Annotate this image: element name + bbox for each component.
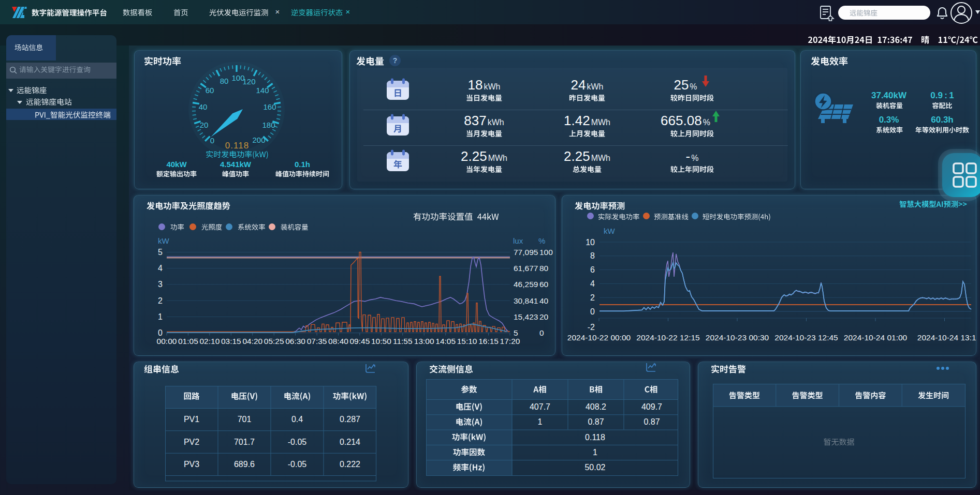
svg-text:0.87: 0.87 xyxy=(643,417,660,426)
svg-text:2024-10-24 01:00: 2024-10-24 01:00 xyxy=(844,333,908,342)
svg-text:01:05: 01:05 xyxy=(178,337,198,346)
svg-text:3: 3 xyxy=(158,280,163,289)
svg-text:?: ? xyxy=(393,56,398,65)
svg-text:701: 701 xyxy=(238,415,252,424)
svg-text:0.4: 0.4 xyxy=(291,415,303,424)
svg-text:08:40: 08:40 xyxy=(328,337,348,346)
svg-text:6: 6 xyxy=(590,265,595,274)
svg-text:00:00: 00:00 xyxy=(157,337,177,346)
svg-text:0.118: 0.118 xyxy=(585,433,605,442)
svg-text:0.287: 0.287 xyxy=(340,415,360,424)
svg-text:20: 20 xyxy=(200,121,209,129)
svg-text:2024-10-23 00:30: 2024-10-23 00:30 xyxy=(706,333,769,342)
svg-text:0.87: 0.87 xyxy=(588,417,604,426)
svg-text:1: 1 xyxy=(538,417,543,426)
svg-text:701.7: 701.7 xyxy=(234,438,255,446)
svg-text:80: 80 xyxy=(539,264,549,273)
svg-text:1: 1 xyxy=(593,448,597,457)
svg-text:100: 100 xyxy=(539,248,553,257)
svg-text:407.7: 407.7 xyxy=(530,402,550,411)
svg-text:13:00: 13:00 xyxy=(414,337,434,346)
svg-text:06:30: 06:30 xyxy=(285,337,305,346)
svg-text:10:50: 10:50 xyxy=(371,337,391,346)
svg-text:4: 4 xyxy=(158,264,163,273)
svg-text:04:20: 04:20 xyxy=(242,337,262,346)
svg-text:80: 80 xyxy=(220,77,229,85)
svg-text:11:55: 11:55 xyxy=(393,337,413,346)
svg-text:46,259: 46,259 xyxy=(514,280,538,289)
svg-text:61,677: 61,677 xyxy=(514,264,538,273)
svg-text:PV2: PV2 xyxy=(184,438,199,446)
svg-text:15,423: 15,423 xyxy=(514,312,538,321)
svg-text:05:25: 05:25 xyxy=(264,337,284,346)
svg-text:15:10: 15:10 xyxy=(457,337,477,346)
svg-text:%: % xyxy=(538,236,545,245)
svg-text:PV3: PV3 xyxy=(184,460,199,469)
svg-text:0: 0 xyxy=(158,328,163,337)
svg-text:40: 40 xyxy=(539,296,549,305)
svg-text:-0.05: -0.05 xyxy=(288,438,307,446)
svg-text:60: 60 xyxy=(539,280,549,289)
svg-text:PV1: PV1 xyxy=(184,415,199,424)
svg-text:2024-10-22 12:15: 2024-10-22 12:15 xyxy=(636,333,699,342)
svg-text:10: 10 xyxy=(586,238,595,247)
svg-text:4: 4 xyxy=(590,279,595,288)
svg-text:180: 180 xyxy=(262,121,275,129)
svg-text:0: 0 xyxy=(590,307,595,316)
svg-text:-2: -2 xyxy=(588,323,595,332)
svg-text:kW: kW xyxy=(158,236,170,245)
svg-text:14:05: 14:05 xyxy=(435,337,456,346)
svg-text:0.222: 0.222 xyxy=(340,460,360,469)
svg-text:2024-10-24 13:15: 2024-10-24 13:15 xyxy=(917,333,976,342)
svg-text:2: 2 xyxy=(158,296,163,305)
svg-text:20: 20 xyxy=(539,312,549,321)
svg-text:16:15: 16:15 xyxy=(478,337,499,346)
svg-text:-0.05: -0.05 xyxy=(288,460,307,469)
svg-text:8: 8 xyxy=(590,251,595,260)
svg-text:2024-10-23 12:45: 2024-10-23 12:45 xyxy=(774,333,838,342)
svg-text:02:10: 02:10 xyxy=(200,337,220,346)
svg-text:60: 60 xyxy=(206,86,214,95)
svg-text:2024-10-22 00:00: 2024-10-22 00:00 xyxy=(567,333,631,342)
svg-text:09:45: 09:45 xyxy=(350,337,370,346)
svg-text:5: 5 xyxy=(514,328,518,337)
svg-text:5: 5 xyxy=(158,248,163,257)
svg-text:409.7: 409.7 xyxy=(641,402,662,411)
svg-text:40: 40 xyxy=(199,102,208,111)
svg-text:689.6: 689.6 xyxy=(234,460,255,469)
svg-text:1: 1 xyxy=(158,312,163,321)
svg-text:lux: lux xyxy=(513,236,523,245)
svg-text:0.214: 0.214 xyxy=(340,438,360,446)
svg-text:160: 160 xyxy=(263,102,276,111)
svg-text:50.02: 50.02 xyxy=(584,463,605,472)
svg-text:03:15: 03:15 xyxy=(221,337,241,346)
svg-text:17:20: 17:20 xyxy=(500,337,520,346)
svg-text:2: 2 xyxy=(590,293,595,302)
svg-text:120: 120 xyxy=(242,77,255,86)
svg-text:0: 0 xyxy=(539,328,544,337)
svg-text:07:35: 07:35 xyxy=(307,337,327,346)
svg-text:408.2: 408.2 xyxy=(586,402,606,411)
svg-text:kW: kW xyxy=(604,227,616,235)
svg-text:140: 140 xyxy=(256,86,269,95)
svg-text:30,841: 30,841 xyxy=(514,296,538,305)
svg-text:77,095: 77,095 xyxy=(514,248,538,257)
